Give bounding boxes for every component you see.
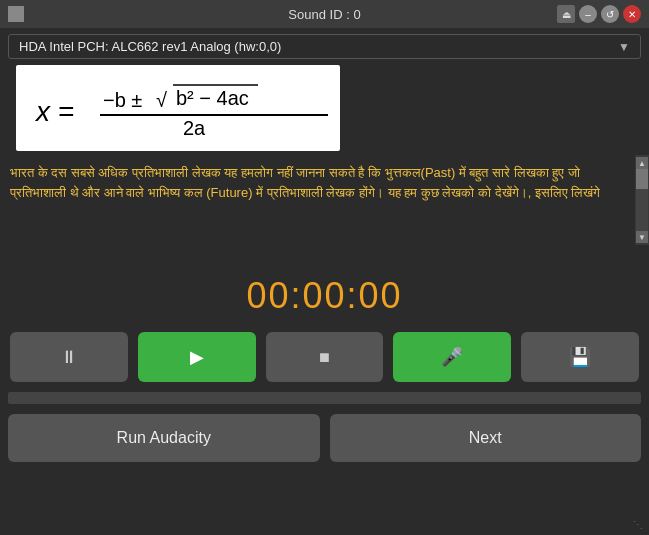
text-area: भारत के दस सबसे अधिक प्रतिभाशाली लेखक यह…	[0, 155, 649, 245]
stop-button[interactable]: ■	[266, 332, 384, 382]
svg-text:−b ±: −b ±	[103, 89, 142, 111]
progress-bar-wrap	[8, 392, 641, 404]
window-icon	[8, 6, 24, 22]
controls-row: ⏸ ▶ ■ 🎤 💾	[0, 332, 649, 382]
svg-text:2a: 2a	[183, 117, 206, 139]
resize-handle[interactable]: ⋱	[633, 519, 645, 531]
play-icon: ▶	[190, 346, 204, 368]
pause-button[interactable]: ⏸	[10, 332, 128, 382]
formula-area: x = −b ± √ b² − 4ac 2a	[16, 65, 340, 151]
scrollbar[interactable]: ▲ ▼	[635, 155, 649, 245]
minimize-button[interactable]: –	[579, 5, 597, 23]
mic-button[interactable]: 🎤	[393, 332, 511, 382]
text-content: भारत के दस सबसे अधिक प्रतिभाशाली लेखक यह…	[0, 155, 635, 245]
floppy-icon: 💾	[569, 346, 591, 368]
run-audacity-button[interactable]: Run Audacity	[8, 414, 320, 462]
play-button[interactable]: ▶	[138, 332, 256, 382]
scroll-up-button[interactable]: ▲	[636, 157, 648, 169]
title-bar-controls: ⏏ – ↺ ✕	[557, 5, 641, 23]
device-selector-text: HDA Intel PCH: ALC662 rev1 Analog (hw:0,…	[19, 39, 618, 54]
stop-icon: ■	[319, 347, 330, 368]
timer-display: 00:00:00	[246, 275, 402, 317]
eject-button[interactable]: ⏏	[557, 5, 575, 23]
device-selector[interactable]: HDA Intel PCH: ALC662 rev1 Analog (hw:0,…	[8, 34, 641, 59]
pause-icon: ⏸	[60, 347, 78, 368]
timer-section: 00:00:00	[0, 245, 649, 332]
mic-icon: 🎤	[441, 346, 463, 368]
save-button[interactable]: 💾	[521, 332, 639, 382]
scroll-down-button[interactable]: ▼	[636, 231, 648, 243]
scroll-thumb[interactable]	[636, 169, 648, 189]
scroll-track	[636, 169, 648, 231]
bottom-row: Run Audacity Next	[8, 414, 641, 462]
close-button[interactable]: ✕	[623, 5, 641, 23]
restore-button[interactable]: ↺	[601, 5, 619, 23]
title-bar-title: Sound ID : 0	[288, 7, 360, 22]
next-button[interactable]: Next	[330, 414, 642, 462]
svg-text:x =: x =	[34, 96, 74, 127]
svg-text:b² − 4ac: b² − 4ac	[176, 87, 249, 109]
title-bar: Sound ID : 0 ⏏ – ↺ ✕	[0, 0, 649, 28]
chevron-down-icon: ▼	[618, 40, 630, 54]
svg-text:√: √	[156, 89, 167, 111]
